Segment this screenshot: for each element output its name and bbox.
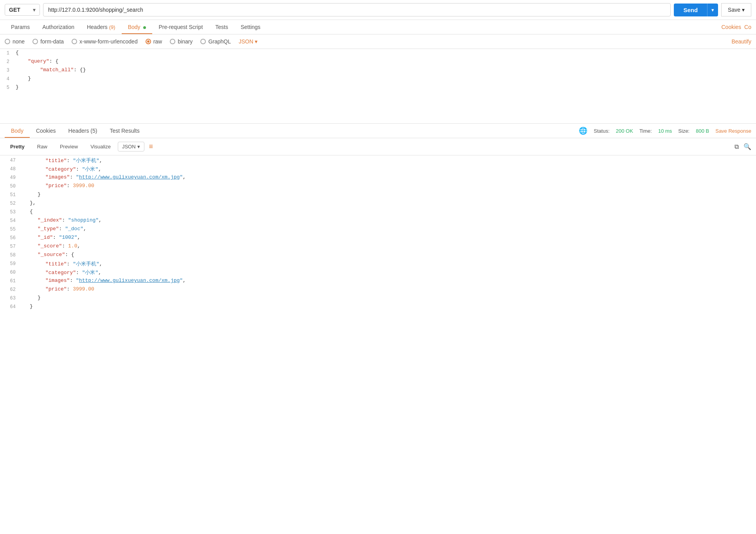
send-button[interactable]: Send — [674, 4, 707, 16]
view-tab-raw[interactable]: Raw — [32, 141, 53, 152]
tab-authorization[interactable]: Authorization — [36, 20, 81, 34]
body-type-raw[interactable]: raw — [146, 38, 162, 45]
resp-tab-cookies[interactable]: Cookies — [30, 124, 62, 138]
size-value: 800 B — [696, 128, 709, 134]
resp-tab-test-results[interactable]: Test Results — [103, 124, 146, 138]
top-bar: GET ▾ Send ▾ Save ▾ — [0, 0, 756, 20]
tab-params[interactable]: Params — [5, 20, 36, 34]
save-response-button[interactable]: Save Response — [715, 128, 751, 134]
resp-line-63: 63 } — [0, 295, 756, 303]
radio-raw — [146, 39, 151, 44]
resp-line-52: 52 }, — [0, 200, 756, 209]
send-btn-group: Send ▾ — [674, 4, 718, 16]
search-icon[interactable]: 🔍 — [743, 143, 751, 150]
resp-tab-headers[interactable]: Headers (5) — [62, 124, 104, 138]
response-format-select[interactable]: JSON ▾ — [118, 142, 144, 152]
resp-line-48: 48 "category": "小米", — [0, 166, 756, 174]
radio-urlencoded — [72, 39, 77, 44]
method-chevron-icon: ▾ — [33, 7, 36, 13]
copy-icon[interactable]: ⧉ — [734, 143, 739, 150]
beautify-link[interactable]: Beautify — [731, 38, 751, 45]
view-tab-visualize[interactable]: Visualize — [85, 141, 116, 152]
req-line-3: 3 "match_all": {} — [0, 66, 756, 75]
view-tabs-row: Pretty Raw Preview Visualize JSON ▾ ≡ ⧉ … — [0, 138, 756, 155]
resp-line-60: 60 "category": "小米", — [0, 269, 756, 278]
resp-line-54: 54 "_index": "shopping", — [0, 217, 756, 226]
tab-tests[interactable]: Tests — [209, 20, 234, 34]
save-button[interactable]: Save ▾ — [721, 3, 751, 16]
time-value: 10 ms — [658, 128, 672, 134]
images-link-49[interactable]: http://www.gulixueyuan.com/xm.jpg — [79, 174, 180, 180]
format-chevron-icon: ▾ — [137, 144, 140, 150]
tab-pre-request[interactable]: Pre-request Script — [152, 20, 209, 34]
method-label: GET — [9, 7, 20, 13]
view-tab-preview[interactable]: Preview — [54, 141, 83, 152]
response-tabs: Body Cookies Headers (5) Test Results 🌐 … — [0, 124, 756, 138]
view-tab-pretty[interactable]: Pretty — [5, 141, 30, 152]
time-label: Time: — [639, 128, 652, 134]
request-body-editor[interactable]: 1 { 2 "query": { 3 "match_all": {} 4 } 5… — [0, 49, 756, 124]
body-type-row: none form-data x-www-form-urlencoded raw… — [0, 34, 756, 49]
resp-line-64: 64 } — [0, 303, 756, 312]
resp-line-57: 57 "_score": 1.0, — [0, 243, 756, 252]
req-line-1: 1 { — [0, 49, 756, 58]
resp-line-50: 50 "price": 3999.00 — [0, 183, 756, 191]
resp-tab-body[interactable]: Body — [5, 124, 30, 138]
response-section: Body Cookies Headers (5) Test Results 🌐 … — [0, 124, 756, 314]
globe-icon[interactable]: 🌐 — [579, 126, 587, 135]
body-type-urlencoded[interactable]: x-www-form-urlencoded — [72, 38, 138, 45]
send-dropdown-button[interactable]: ▾ — [707, 4, 718, 16]
method-select[interactable]: GET ▾ — [5, 4, 40, 16]
tab-settings[interactable]: Settings — [234, 20, 267, 34]
size-label: Size: — [678, 128, 689, 134]
url-input[interactable] — [43, 3, 671, 16]
save-chevron-icon: ▾ — [742, 7, 745, 13]
headers-badge: (9) — [109, 24, 115, 30]
radio-graphql — [200, 39, 206, 44]
resp-line-53: 53 { — [0, 209, 756, 217]
radio-form-data — [32, 39, 38, 44]
resp-line-58: 58 "_source": { — [0, 252, 756, 260]
co-label[interactable]: Co — [744, 24, 751, 30]
response-body: 47 "title": "小米手机", 48 "category": "小米",… — [0, 155, 756, 314]
wrap-lines-icon[interactable]: ≡ — [149, 143, 153, 151]
req-line-2: 2 "query": { — [0, 58, 756, 66]
req-line-4: 4 } — [0, 75, 756, 83]
resp-line-51: 51 } — [0, 191, 756, 200]
resp-line-61: 61 "images": "http://www.gulixueyuan.com… — [0, 278, 756, 286]
status-label: Status: — [594, 128, 609, 134]
radio-binary — [170, 39, 175, 44]
tab-headers[interactable]: Headers (9) — [81, 20, 122, 34]
body-type-graphql[interactable]: GraphQL — [200, 38, 231, 45]
request-tabs: Params Authorization Headers (9) Body Pr… — [0, 20, 756, 34]
resp-line-55: 55 "_type": "_doc", — [0, 226, 756, 235]
response-status-bar: 🌐 Status: 200 OK Time: 10 ms Size: 800 B… — [579, 126, 751, 135]
resp-line-47: 47 "title": "小米手机", — [0, 157, 756, 166]
body-type-form-data[interactable]: form-data — [32, 38, 64, 45]
radio-none — [5, 39, 10, 44]
json-format-dropdown[interactable]: JSON ▾ — [239, 38, 257, 45]
save-label: Save — [728, 7, 740, 13]
body-dot-indicator — [143, 26, 146, 29]
images-link-61[interactable]: http://www.gulixueyuan.com/xm.jpg — [79, 278, 180, 283]
body-type-none[interactable]: none — [5, 38, 25, 45]
tab-body[interactable]: Body — [122, 20, 153, 34]
req-line-5: 5 } — [0, 83, 756, 92]
cookies-link[interactable]: Cookies — [722, 24, 742, 30]
format-label: JSON — [122, 144, 136, 150]
resp-line-62: 62 "price": 3999.00 — [0, 286, 756, 295]
status-value: 200 OK — [616, 128, 633, 134]
resp-line-59: 59 "title": "小米手机", — [0, 260, 756, 269]
resp-line-56: 56 "_id": "1002", — [0, 235, 756, 243]
json-label: JSON — [239, 38, 253, 45]
resp-line-49: 49 "images": "http://www.gulixueyuan.com… — [0, 174, 756, 183]
body-type-binary[interactable]: binary — [170, 38, 193, 45]
json-chevron-icon: ▾ — [255, 38, 257, 45]
